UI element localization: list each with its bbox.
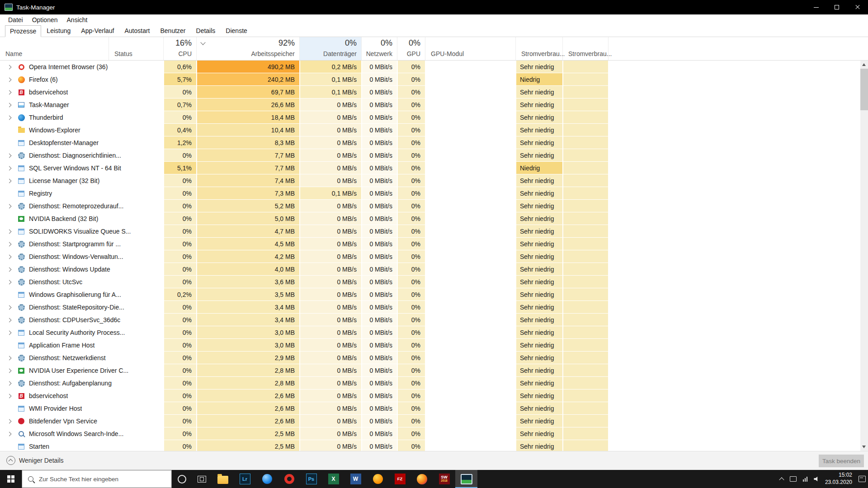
expand-chevron-icon[interactable] bbox=[7, 103, 12, 108]
process-row[interactable]: Diensthost: Diagnoserichtlinien...0%7,7 … bbox=[0, 149, 860, 162]
maximize-button[interactable] bbox=[826, 0, 847, 14]
process-row[interactable]: Opera Internet Browser (36)0,6%490,2 MB0… bbox=[0, 61, 860, 73]
process-row[interactable]: SQL Server Windows NT - 64 Bit5,1%7,7 MB… bbox=[0, 162, 860, 174]
expand-chevron-icon[interactable] bbox=[7, 432, 12, 436]
process-row[interactable]: Task-Manager0,7%26,6 MB0 MB/s0 MBit/s0%S… bbox=[0, 99, 860, 111]
tab-autostart[interactable]: Autostart bbox=[119, 25, 155, 37]
taskbar-clock[interactable]: 15:02 23.03.2020 bbox=[825, 472, 852, 486]
column-header-network[interactable]: 0% Netzwerk bbox=[362, 37, 397, 60]
process-row[interactable]: Diensthost: CDPUserSvc_36d6c0%3,4 MB0 MB… bbox=[0, 314, 860, 326]
expand-chevron-icon[interactable] bbox=[7, 179, 12, 183]
tab-app-verlauf[interactable]: App-Verlauf bbox=[76, 25, 119, 37]
expand-chevron-icon[interactable] bbox=[7, 280, 12, 285]
scrollbar-thumb[interactable] bbox=[860, 69, 868, 110]
lightroom-taskbar-button[interactable]: Lr bbox=[234, 470, 256, 488]
tray-expand-button[interactable] bbox=[776, 470, 788, 488]
orange-app-taskbar-button[interactable] bbox=[367, 470, 389, 488]
display-tray-button[interactable] bbox=[788, 470, 799, 488]
tab-benutzer[interactable]: Benutzer bbox=[156, 25, 191, 37]
expand-chevron-icon[interactable] bbox=[7, 166, 12, 171]
photoshop-taskbar-button[interactable]: Ps bbox=[300, 470, 322, 488]
solidworks-taskbar-button[interactable]: SW2018 bbox=[433, 470, 455, 488]
process-row[interactable]: Registry0%7,3 MB0,1 MB/s0 MBit/s0%Sehr n… bbox=[0, 187, 860, 200]
process-row[interactable]: Application Frame Host0%3,0 MB0 MB/s0 MB… bbox=[0, 339, 860, 352]
expand-chevron-icon[interactable] bbox=[7, 78, 12, 82]
process-row[interactable]: Diensthost: Startprogramm für ...0%4,5 M… bbox=[0, 238, 860, 250]
column-header-cpu[interactable]: 16% CPU bbox=[164, 37, 197, 60]
vertical-scrollbar[interactable] bbox=[860, 61, 868, 451]
menu-datei[interactable]: Datei bbox=[4, 16, 28, 23]
expand-chevron-icon[interactable] bbox=[7, 318, 12, 323]
process-row[interactable]: Desktopfenster-Manager1,2%8,3 MB0 MB/s0 … bbox=[0, 136, 860, 149]
expand-chevron-icon[interactable] bbox=[7, 394, 12, 399]
expand-chevron-icon[interactable] bbox=[7, 369, 12, 373]
process-row[interactable]: Microsoft Windows Search-Inde...0%2,5 MB… bbox=[0, 427, 860, 440]
volume-tray-button[interactable] bbox=[811, 470, 823, 488]
expand-chevron-icon[interactable] bbox=[7, 381, 12, 386]
expand-chevron-icon[interactable] bbox=[7, 305, 12, 310]
filezilla-taskbar-button[interactable]: FZ bbox=[389, 470, 411, 488]
explorer-taskbar-button[interactable] bbox=[212, 470, 234, 488]
process-row[interactable]: WMI Provider Host0%2,6 MB0 MB/s0 MBit/s0… bbox=[0, 402, 860, 415]
process-row[interactable]: NVIDIA Backend (32 Bit)0%5,0 MB0 MB/s0 M… bbox=[0, 212, 860, 225]
tab-leistung[interactable]: Leistung bbox=[42, 25, 75, 37]
process-row[interactable]: Diensthost: UtcSvc0%3,6 MB0 MB/s0 MBit/s… bbox=[0, 276, 860, 288]
process-row[interactable]: SOLIDWORKS Visualize Queue S...0%4,7 MB0… bbox=[0, 225, 860, 238]
process-row[interactable]: Diensthost: Netzwerkdienst0%2,9 MB0 MB/s… bbox=[0, 352, 860, 364]
expand-chevron-icon[interactable] bbox=[7, 230, 12, 234]
task-view-button[interactable] bbox=[192, 470, 212, 488]
mail-taskbar-button[interactable] bbox=[256, 470, 278, 488]
process-row[interactable]: Thunderbird0%18,4 MB0 MB/s0 MBit/s0%Sehr… bbox=[0, 111, 860, 124]
expand-chevron-icon[interactable] bbox=[7, 267, 12, 272]
scroll-up-icon[interactable] bbox=[862, 63, 866, 66]
task-beenden-button[interactable]: Task beenden bbox=[819, 455, 864, 467]
process-row[interactable]: Firefox (6)5,7%240,2 MB0,1 MB/s0 MBit/s0… bbox=[0, 73, 860, 86]
word-taskbar-button[interactable]: W bbox=[344, 470, 367, 488]
search-input[interactable] bbox=[38, 475, 166, 483]
column-header-power[interactable]: Stromverbrau... bbox=[516, 37, 563, 60]
excel-taskbar-button[interactable]: X bbox=[322, 470, 344, 488]
column-header-power-trend[interactable]: Stromverbrau... bbox=[563, 37, 609, 60]
menu-optionen[interactable]: Optionen bbox=[28, 16, 62, 23]
process-row[interactable]: Starten0%2,5 MB0 MB/s0 MBit/s0%Sehr nied… bbox=[0, 440, 860, 451]
column-header-name[interactable]: Name bbox=[0, 37, 109, 60]
expand-chevron-icon[interactable] bbox=[7, 65, 12, 70]
process-row[interactable]: License Manager (32 Bit)0%7,4 MB0 MB/s0 … bbox=[0, 174, 860, 187]
menu-ansicht[interactable]: Ansicht bbox=[62, 16, 92, 23]
column-header-disk[interactable]: 0% Datenträger bbox=[300, 37, 362, 60]
process-row[interactable]: Diensthost: Remoteprozedurauf...0%5,2 MB… bbox=[0, 200, 860, 212]
column-header-gpu[interactable]: 0% GPU bbox=[397, 37, 425, 60]
task-manager-taskbar-button[interactable] bbox=[455, 470, 477, 488]
process-row[interactable]: bdservicehost0%69,7 MB0,1 MB/s0 MBit/s0%… bbox=[0, 86, 860, 99]
firefox-taskbar-button[interactable] bbox=[411, 470, 433, 488]
process-row[interactable]: bdservicehost0%2,6 MB0 MB/s0 MBit/s0%Seh… bbox=[0, 389, 860, 402]
expand-chevron-icon[interactable] bbox=[7, 242, 12, 247]
column-header-gpu-engine[interactable]: GPU-Modul bbox=[425, 37, 516, 60]
process-row[interactable]: Local Security Authority Process...0%3,0… bbox=[0, 326, 860, 339]
expand-chevron-icon[interactable] bbox=[7, 90, 12, 95]
action-center-button[interactable] bbox=[856, 470, 868, 488]
minimize-button[interactable] bbox=[806, 0, 826, 14]
expand-chevron-icon[interactable] bbox=[7, 356, 12, 361]
tab-dienste[interactable]: Dienste bbox=[221, 25, 252, 37]
expand-chevron-icon[interactable] bbox=[7, 331, 12, 335]
expand-chevron-icon[interactable] bbox=[7, 116, 12, 120]
expand-chevron-icon[interactable] bbox=[7, 255, 12, 259]
process-row[interactable]: Windows-Explorer0,4%10,4 MB0 MB/s0 MBit/… bbox=[0, 124, 860, 136]
process-row[interactable]: Diensthost: StateRepository-Die...0%3,4 … bbox=[0, 301, 860, 314]
cortana-button[interactable] bbox=[172, 470, 192, 488]
process-row[interactable]: Diensthost: Windows Update0%4,0 MB0 MB/s… bbox=[0, 263, 860, 276]
process-row[interactable]: Bitdefender Vpn Service0%2,6 MB0 MB/s0 M… bbox=[0, 415, 860, 427]
process-row[interactable]: Diensthost: Windows-Verwaltun...0%4,2 MB… bbox=[0, 250, 860, 263]
column-header-status[interactable]: Status bbox=[109, 37, 164, 60]
column-header-memory[interactable]: 92% Arbeitsspeicher bbox=[197, 37, 300, 60]
tab-prozesse[interactable]: Prozesse bbox=[5, 25, 41, 37]
process-row[interactable]: NVIDIA User Experience Driver C...0%2,8 … bbox=[0, 364, 860, 377]
taskbar-search[interactable] bbox=[22, 470, 172, 488]
scroll-down-icon[interactable] bbox=[862, 446, 866, 448]
expand-chevron-icon[interactable] bbox=[7, 419, 12, 424]
process-row[interactable]: Windows Graphisolierung für A...0,2%3,5 … bbox=[0, 288, 860, 301]
expand-chevron-icon[interactable] bbox=[7, 204, 12, 209]
close-button[interactable] bbox=[847, 0, 868, 14]
tab-details[interactable]: Details bbox=[191, 25, 221, 37]
